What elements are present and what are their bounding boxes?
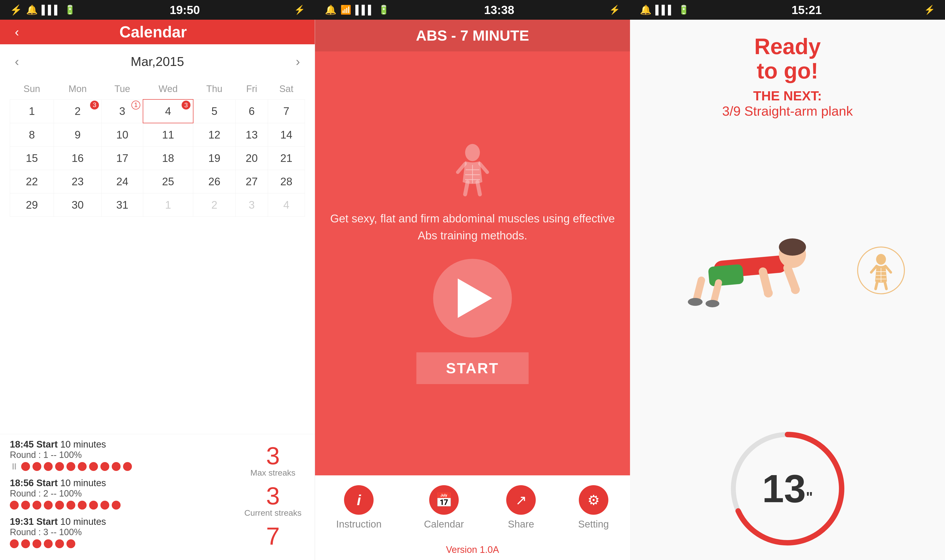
- calendar-day[interactable]: 3: [235, 193, 268, 217]
- log-entry: 18:56 Start 10 minutesRound : 2 -- 100%: [10, 478, 236, 509]
- calendar-day[interactable]: 22: [10, 170, 54, 193]
- calendar-label: Calendar: [424, 518, 464, 530]
- calendar-day[interactable]: 28: [268, 170, 305, 193]
- log-dot: [78, 501, 87, 509]
- calendar-day[interactable]: 20: [235, 147, 268, 170]
- log-dot: [112, 462, 121, 471]
- log-entries: 18:45 Start 10 minutesRound : 1 -- 100%⏸…: [10, 439, 236, 555]
- calendar-day[interactable]: 13: [235, 123, 268, 147]
- setting-icon-circle: ⚙: [579, 485, 608, 515]
- next-label: THE NEXT:: [645, 88, 930, 103]
- log-dot: [55, 539, 64, 548]
- log-entry-sub: Round : 3 -- 100%: [10, 527, 236, 537]
- next-month-button[interactable]: ›: [291, 54, 305, 69]
- day-header-sun: Sun: [10, 79, 54, 99]
- calendar-day[interactable]: 27: [235, 170, 268, 193]
- calendar-day[interactable]: 16: [54, 147, 102, 170]
- svg-point-18: [876, 254, 886, 265]
- svg-point-14: [706, 300, 719, 307]
- log-dot: [32, 539, 42, 548]
- calendar-day[interactable]: 26: [193, 170, 235, 193]
- log-dot: [10, 539, 19, 548]
- log-dot: [100, 462, 109, 471]
- instruction-icon-circle: i: [344, 485, 374, 515]
- calendar-day[interactable]: 19: [193, 147, 235, 170]
- timer-circle: 13": [726, 427, 849, 550]
- prev-month-button[interactable]: ‹: [10, 54, 24, 69]
- calendar-day[interactable]: 7: [268, 99, 305, 123]
- calendar-day[interactable]: 21: [268, 147, 305, 170]
- svg-point-7: [779, 238, 806, 255]
- calendar-day[interactable]: 11: [143, 123, 193, 147]
- calendar-day[interactable]: 15: [10, 147, 54, 170]
- time-left: 19:50: [169, 3, 200, 17]
- log-dot: [66, 501, 75, 509]
- exercise-illustration: [645, 133, 930, 408]
- calendar-day[interactable]: 1: [10, 99, 54, 123]
- footer-setting[interactable]: ⚙ Setting: [578, 485, 609, 530]
- calendar-day[interactable]: 5: [193, 99, 235, 123]
- main-content: ‹ Calendar ‹ Mar,2015 › Sun Mon Tue Wed …: [0, 20, 945, 560]
- calendar-day[interactable]: 2: [193, 193, 235, 217]
- calendar-day[interactable]: 6: [235, 99, 268, 123]
- svg-line-10: [763, 272, 768, 291]
- log-dot: [89, 501, 98, 509]
- footer-share[interactable]: ↗ Share: [506, 485, 536, 530]
- start-button[interactable]: START: [416, 352, 529, 384]
- version-text: Version 1.0A: [315, 540, 630, 560]
- log-entry: 18:45 Start 10 minutesRound : 1 -- 100%⏸: [10, 439, 236, 471]
- back-button[interactable]: ‹: [15, 25, 19, 39]
- abs-body-icon: [445, 143, 500, 198]
- battery-icon-mid: 🔋: [378, 5, 389, 15]
- calendar-day[interactable]: 14: [268, 123, 305, 147]
- calendar-day[interactable]: 17: [102, 147, 143, 170]
- calendar-day[interactable]: 43: [143, 99, 193, 123]
- calendar-grid: Sun Mon Tue Wed Thu Fri Sat 123314356789…: [10, 79, 305, 217]
- share-icon: ↗: [515, 492, 527, 508]
- calendar-day[interactable]: 25: [143, 170, 193, 193]
- log-dots: ⏸: [10, 462, 236, 471]
- calendar-day[interactable]: 30: [54, 193, 102, 217]
- battery-icon-right: 🔋: [678, 5, 689, 15]
- play-button[interactable]: [433, 259, 512, 338]
- month-navigation: ‹ Mar,2015 ›: [10, 49, 305, 74]
- log-dot: [32, 462, 42, 471]
- plank-figure-svg: [670, 234, 842, 307]
- timer-ready-section: Ready to go! THE NEXT: 3/9 Straight-arm …: [645, 34, 930, 118]
- calendar-day[interactable]: 18: [143, 147, 193, 170]
- badge-indicator: 3: [90, 101, 99, 109]
- calendar-day[interactable]: 29: [10, 193, 54, 217]
- calendar-day[interactable]: 31: [102, 193, 143, 217]
- calendar-day[interactable]: 8: [10, 123, 54, 147]
- pause-icon: ⏸: [10, 462, 19, 471]
- calendar-day[interactable]: 12: [193, 123, 235, 147]
- day-header-thu: Thu: [193, 79, 235, 99]
- log-entry-sub: Round : 2 -- 100%: [10, 488, 236, 499]
- calendar-day[interactable]: 9: [54, 123, 102, 147]
- signal-icon-left: ▌▌▌: [42, 5, 60, 15]
- calendar-day[interactable]: 10: [102, 123, 143, 147]
- usb-icon: ⚡: [10, 4, 22, 16]
- footer-instruction[interactable]: i Instruction: [336, 485, 382, 530]
- calendar-day[interactable]: 24: [102, 170, 143, 193]
- calendar-day[interactable]: 23: [54, 170, 102, 193]
- log-dot: [123, 462, 132, 471]
- calendar-day[interactable]: 23: [54, 99, 102, 123]
- log-dot: [21, 462, 30, 471]
- battery-icon-left: 🔋: [65, 5, 75, 15]
- calendar-day[interactable]: 1: [143, 193, 193, 217]
- log-dot: [44, 462, 53, 471]
- log-dot: [32, 501, 42, 509]
- status-icons-right: 🔔 ▌▌▌ 🔋: [640, 5, 689, 15]
- share-label: Share: [508, 518, 534, 530]
- log-entry-title: 19:31 Start 10 minutes: [10, 517, 236, 527]
- month-year-label: Mar,2015: [131, 54, 184, 69]
- svg-point-16: [764, 289, 773, 297]
- calendar-day[interactable]: 4: [268, 193, 305, 217]
- footer-calendar[interactable]: 📅 Calendar: [424, 485, 464, 530]
- play-button-container: [433, 259, 512, 338]
- log-dot: [89, 462, 98, 471]
- log-dots: [10, 539, 236, 548]
- timer-quote: ": [806, 489, 813, 505]
- calendar-day[interactable]: 31: [102, 99, 143, 123]
